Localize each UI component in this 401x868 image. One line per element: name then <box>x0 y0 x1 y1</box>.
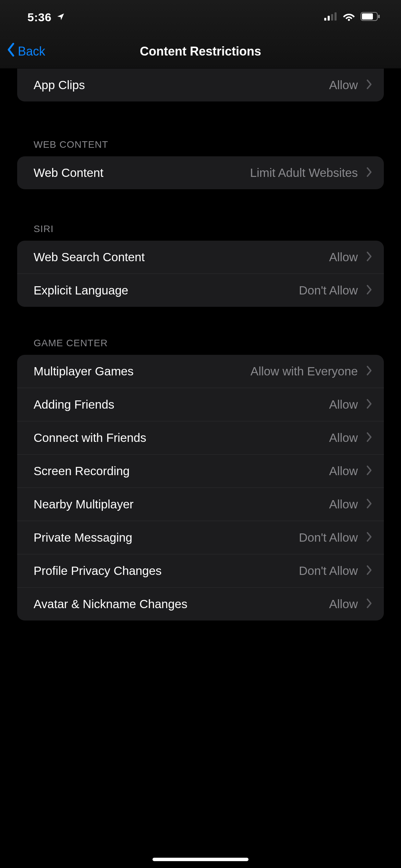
chevron-left-icon <box>6 43 16 60</box>
wifi-icon <box>343 12 355 22</box>
nav-bar: Back Content Restrictions <box>0 34 401 69</box>
cellular-icon <box>324 12 337 22</box>
row-nearby-multiplayer[interactable]: Nearby Multiplayer Allow <box>17 487 384 521</box>
section-header-web-content: WEB CONTENT <box>17 139 384 156</box>
status-left: 5:36 <box>27 11 65 24</box>
row-value: Allow with Everyone <box>251 364 358 378</box>
row-value: Don't Allow <box>299 564 358 578</box>
home-indicator[interactable] <box>153 858 248 861</box>
chevron-right-icon <box>366 365 372 377</box>
group-game-center: Multiplayer Games Allow with Everyone Ad… <box>17 355 384 620</box>
chevron-right-icon <box>366 399 372 410</box>
row-connect-with-friends[interactable]: Connect with Friends Allow <box>17 421 384 454</box>
row-value: Allow <box>329 597 358 611</box>
row-label: App Clips <box>34 78 329 92</box>
svg-rect-1 <box>328 16 330 21</box>
chevron-right-icon <box>366 532 372 543</box>
row-value: Allow <box>329 78 358 92</box>
battery-icon <box>361 12 380 22</box>
row-label: Connect with Friends <box>34 431 329 445</box>
svg-rect-0 <box>324 18 326 21</box>
row-value: Don't Allow <box>299 284 358 297</box>
back-button[interactable]: Back <box>0 43 45 60</box>
row-value: Allow <box>329 250 358 264</box>
row-label: Web Content <box>34 166 250 180</box>
row-web-search-content[interactable]: Web Search Content Allow <box>17 241 384 274</box>
row-label: Profile Privacy Changes <box>34 564 299 578</box>
section-header-game-center: GAME CENTER <box>17 338 384 355</box>
row-label: Explicit Language <box>34 284 299 297</box>
row-label: Multiplayer Games <box>34 364 251 378</box>
group-top: App Clips Allow <box>17 69 384 101</box>
location-icon <box>56 11 65 24</box>
row-label: Nearby Multiplayer <box>34 497 329 511</box>
back-label: Back <box>18 44 45 59</box>
page-title: Content Restrictions <box>0 44 401 59</box>
row-adding-friends[interactable]: Adding Friends Allow <box>17 388 384 421</box>
row-label: Web Search Content <box>34 250 329 264</box>
row-screen-recording[interactable]: Screen Recording Allow <box>17 454 384 487</box>
status-right <box>324 12 380 22</box>
chevron-right-icon <box>366 465 372 477</box>
svg-rect-2 <box>331 14 333 21</box>
chevron-right-icon <box>366 565 372 577</box>
row-private-messaging[interactable]: Private Messaging Don't Allow <box>17 521 384 554</box>
row-label: Private Messaging <box>34 531 299 544</box>
row-app-clips[interactable]: App Clips Allow <box>17 69 384 101</box>
svg-rect-6 <box>362 13 373 20</box>
row-value: Limit Adult Websites <box>250 166 358 180</box>
chevron-right-icon <box>366 251 372 263</box>
row-value: Allow <box>329 497 358 511</box>
row-value: Allow <box>329 431 358 445</box>
section-header-siri: SIRI <box>17 224 384 241</box>
row-value: Don't Allow <box>299 531 358 544</box>
content: App Clips Allow WEB CONTENT Web Content … <box>0 69 401 620</box>
row-label: Screen Recording <box>34 464 329 478</box>
chevron-right-icon <box>366 498 372 510</box>
svg-rect-3 <box>335 12 337 21</box>
group-siri: Web Search Content Allow Explicit Langua… <box>17 241 384 307</box>
row-label: Adding Friends <box>34 398 329 411</box>
row-value: Allow <box>329 398 358 411</box>
chevron-right-icon <box>366 79 372 91</box>
svg-rect-7 <box>378 15 380 18</box>
row-multiplayer-games[interactable]: Multiplayer Games Allow with Everyone <box>17 355 384 388</box>
row-explicit-language[interactable]: Explicit Language Don't Allow <box>17 274 384 307</box>
chevron-right-icon <box>366 167 372 179</box>
chevron-right-icon <box>366 285 372 296</box>
chevron-right-icon <box>366 432 372 444</box>
row-avatar-nickname-changes[interactable]: Avatar & Nickname Changes Allow <box>17 587 384 620</box>
group-web-content: Web Content Limit Adult Websites <box>17 156 384 189</box>
status-bar: 5:36 <box>0 0 401 34</box>
row-web-content[interactable]: Web Content Limit Adult Websites <box>17 156 384 189</box>
chevron-right-icon <box>366 598 372 610</box>
row-profile-privacy-changes[interactable]: Profile Privacy Changes Don't Allow <box>17 554 384 587</box>
row-value: Allow <box>329 464 358 478</box>
status-time: 5:36 <box>27 11 51 24</box>
svg-point-4 <box>348 19 350 21</box>
row-label: Avatar & Nickname Changes <box>34 597 329 611</box>
